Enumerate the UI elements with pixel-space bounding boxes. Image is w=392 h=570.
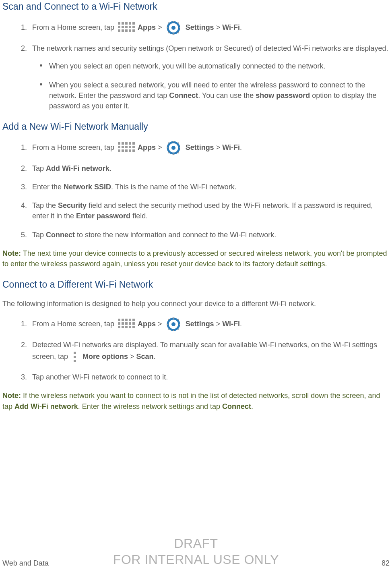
list-item: The network names and security settings … [29, 43, 390, 111]
connect-label: Connect [222, 402, 251, 410]
svg-rect-76 [74, 356, 76, 358]
svg-rect-59 [132, 322, 135, 325]
apps-icon [116, 21, 136, 35]
svg-rect-3 [129, 22, 131, 25]
svg-line-72 [178, 329, 179, 330]
settings-label: Settings [186, 320, 214, 328]
note-label: Note: [2, 392, 21, 400]
watermark-line1: DRAFT [0, 535, 392, 551]
list-item: When you select a secured network, you w… [46, 80, 390, 111]
add-wifi-label: Add Wi-Fi network [46, 164, 109, 172]
settings-icon [165, 141, 182, 155]
svg-rect-2 [125, 22, 128, 25]
settings-label: Settings [186, 143, 214, 151]
apps-label: Apps [138, 143, 156, 151]
connect-intro: The following information is designed to… [2, 298, 390, 309]
text: Enter the [32, 183, 64, 191]
svg-rect-14 [132, 29, 135, 32]
settings-label: Settings [186, 23, 214, 31]
footer-section-title: Web and Data [2, 558, 49, 568]
apps-label: Apps [138, 23, 156, 31]
text: . You can use the [198, 91, 256, 99]
svg-rect-77 [74, 360, 76, 362]
svg-rect-11 [122, 29, 124, 32]
svg-rect-13 [129, 29, 131, 32]
network-ssid-label: Network SSID [64, 183, 111, 191]
list-item: From a Home screen, tap Apps > Settings … [29, 21, 390, 35]
svg-rect-57 [125, 322, 128, 325]
list-item: From a Home screen, tap Apps > Settings … [29, 141, 390, 155]
svg-rect-38 [129, 149, 131, 152]
list-item: Tap the Security field and select the se… [29, 200, 390, 221]
svg-rect-36 [122, 149, 124, 152]
svg-rect-62 [125, 326, 128, 328]
svg-rect-1 [122, 22, 124, 25]
svg-rect-52 [125, 319, 128, 321]
svg-rect-25 [118, 142, 120, 145]
separator: > [156, 23, 164, 31]
note-text: . [251, 402, 253, 410]
text: . [240, 143, 242, 151]
svg-rect-75 [74, 352, 76, 354]
svg-rect-29 [132, 142, 135, 145]
text: Tap [32, 231, 46, 239]
note-2: Note: If the wireless network you want t… [2, 390, 390, 411]
svg-rect-8 [129, 26, 131, 28]
text: From a Home screen, tap [32, 143, 116, 151]
list-item: When you select an open network, you wil… [46, 61, 390, 71]
svg-rect-50 [118, 319, 120, 321]
list-item: Tap another Wi-Fi network to connect to … [29, 372, 390, 382]
svg-rect-7 [125, 26, 128, 28]
heading-connect: Connect to a Different Wi-Fi Network [2, 277, 390, 291]
svg-rect-31 [122, 146, 124, 148]
wifi-label: Wi-Fi [222, 320, 240, 328]
list-item: Tap Connect to store the new information… [29, 230, 390, 240]
svg-line-46 [168, 143, 169, 143]
text: Tap [32, 164, 46, 172]
svg-rect-32 [125, 146, 128, 148]
separator: > [214, 143, 223, 151]
add-wifi-label: Add Wi-Fi network [14, 402, 78, 410]
list-item: Detected Wi-Fi networks are displayed. T… [29, 340, 390, 364]
settings-icon [165, 21, 182, 35]
svg-rect-39 [132, 149, 135, 152]
svg-line-71 [168, 319, 169, 320]
note-text: . Enter the wireless network settings an… [78, 402, 222, 410]
wifi-label: Wi-Fi [222, 23, 240, 31]
separator: > [214, 320, 223, 328]
svg-rect-60 [118, 326, 120, 328]
svg-line-23 [168, 32, 169, 33]
svg-line-24 [178, 23, 179, 23]
svg-line-74 [178, 319, 179, 320]
connect-label: Connect [46, 231, 75, 239]
svg-point-66 [171, 322, 175, 326]
settings-icon [165, 317, 182, 332]
page-footer: Web and Data 82 [2, 558, 390, 568]
svg-line-47 [178, 152, 179, 153]
svg-rect-33 [129, 146, 131, 148]
scan-sub-bullets: When you select an open network, you wil… [32, 61, 390, 111]
connect-label: Connect [169, 91, 198, 99]
apps-label: Apps [138, 320, 156, 328]
svg-rect-54 [132, 319, 135, 321]
more-options-label: More options [83, 352, 128, 361]
apps-icon [116, 141, 136, 155]
text: . This is the name of the Wi-Fi network. [111, 183, 237, 191]
text: . [154, 352, 156, 361]
separator: > [214, 23, 223, 31]
scan-steps: From a Home screen, tap Apps > Settings … [2, 21, 390, 111]
more-options-icon [71, 350, 79, 364]
svg-rect-6 [122, 26, 124, 28]
page-number: 82 [382, 558, 390, 568]
list-item: From a Home screen, tap Apps > Settings … [29, 317, 390, 332]
separator: > [156, 320, 164, 328]
svg-rect-35 [118, 149, 120, 152]
svg-rect-37 [125, 149, 128, 152]
text: Tap the [32, 201, 58, 209]
svg-rect-53 [129, 319, 131, 321]
apps-icon [116, 317, 136, 332]
svg-line-49 [178, 143, 179, 143]
heading-add: Add a New Wi-Fi Network Manually [2, 119, 390, 133]
text: The network names and security settings … [32, 44, 388, 52]
svg-line-22 [178, 32, 179, 33]
